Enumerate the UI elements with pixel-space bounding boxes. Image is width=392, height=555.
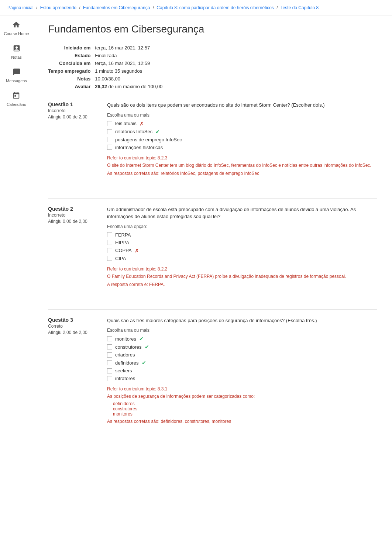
info-avaliar-label: Avaliar <box>48 83 95 90</box>
info-concluida-value: terça, 16 mar 2021, 12:59 <box>95 59 166 67</box>
question-number-3: Questão 3 <box>48 317 103 323</box>
choice-checkbox-3-4[interactable] <box>107 360 112 365</box>
info-avaliar-value: 26,32 de um máximo de 100,00 <box>95 83 166 90</box>
feedback-section-2: Refer to curriculum topic: 8.2.2O Family… <box>107 266 377 287</box>
choice-checkbox-1-1[interactable] <box>107 121 112 126</box>
sidebar-item-mensagens[interactable]: Mensagens <box>6 67 27 83</box>
choice-text-3-4: definidores <box>115 360 139 366</box>
question-body-1: Quais são os dois itens que podem ser en… <box>107 101 377 176</box>
choice-checkbox-2-4[interactable] <box>107 256 112 261</box>
choice-checkbox-3-3[interactable] <box>107 352 112 358</box>
calendar-icon <box>11 90 21 101</box>
question-number-2: Questão 2 <box>48 206 103 212</box>
feedback-answer-item: definidores <box>113 401 377 406</box>
question-score-3: Atingiu 2,00 de 2,00 <box>48 330 103 335</box>
choice-checkbox-2-1[interactable] <box>107 232 112 237</box>
main-content: Fundamentos em Cibersegurança Iniciado e… <box>33 16 392 555</box>
question-score-2: Atingiu 0,00 de 2,00 <box>48 219 103 224</box>
page-title: Fundamentos em Cibersegurança <box>48 23 377 35</box>
choice-text-1-1: leis atuais <box>115 121 137 126</box>
choice-list-3: monitores✔construtores✔criadoresdefinido… <box>107 336 377 381</box>
info-estado-label: Estado <box>48 52 95 59</box>
choice-text-2-4: CIPA <box>115 256 126 261</box>
choice-text-3-3: criadores <box>115 352 135 358</box>
choice-item-1-1: leis atuais✗ <box>107 121 377 127</box>
breadcrumb-teste[interactable]: Teste do Capítulo 8 <box>281 5 319 10</box>
question-meta-1: Questão 1IncorretoAtingiu 0,00 de 2,00 <box>48 101 107 176</box>
sidebar-label-mensagens: Mensagens <box>6 79 27 83</box>
feedback-section-1: Refer to curriculum topic: 8.2.3O site d… <box>107 155 377 176</box>
choice-list-2: FERPAHIPPACOPPA✗CIPA <box>107 232 377 261</box>
choice-label-2: Escolha uma opção: <box>107 224 377 229</box>
sidebar-item-calendario[interactable]: Calendário <box>7 90 26 107</box>
choice-item-3-4: definidores✔ <box>107 360 377 366</box>
info-concluida-label: Concluída em <box>48 59 95 67</box>
mark-correct-3-4: ✔ <box>142 360 146 366</box>
grades-icon <box>11 43 22 54</box>
choice-text-1-2: relatórios InfoSec <box>115 129 152 134</box>
feedback-correct-3: As respostas corretas são: definidores, … <box>107 419 377 424</box>
home-icon <box>11 20 21 30</box>
feedback-link-2[interactable]: Refer to curriculum topic: 8.2.2 <box>107 266 377 272</box>
choice-text-3-1: monitores <box>115 336 136 342</box>
question-body-3: Quais são as três maiores categorias par… <box>107 317 377 424</box>
choice-text-1-3: postagens de emprego InfoSec <box>115 137 182 142</box>
choice-checkbox-3-1[interactable] <box>107 336 112 341</box>
question-status-1: Incorreto <box>48 108 103 113</box>
question-block-2: Questão 2IncorretoAtingiu 0,00 de 2,00Um… <box>48 206 377 294</box>
choice-item-3-2: construtores✔ <box>107 344 377 350</box>
choice-checkbox-1-4[interactable] <box>107 145 112 150</box>
choice-checkbox-2-2[interactable] <box>107 240 112 245</box>
mark-wrong-2-3: ✗ <box>135 248 139 254</box>
choice-checkbox-3-6[interactable] <box>107 376 112 381</box>
sidebar-label-calendario: Calendário <box>7 102 26 107</box>
info-tempo-value: 1 minuto 35 segundos <box>95 67 166 75</box>
question-status-3: Correto <box>48 324 103 329</box>
choice-item-3-6: infratores <box>107 376 377 381</box>
question-text-1: Quais são os dois itens que podem ser en… <box>107 101 377 109</box>
breadcrumb-estou[interactable]: Estou aprendendo <box>40 5 76 10</box>
choice-text-1-4: informações históricas <box>115 145 163 150</box>
info-iniciado-value: terça, 16 mar 2021, 12:57 <box>95 44 166 52</box>
info-iniciado-label: Iniciado em <box>48 44 95 52</box>
mark-correct-3-2: ✔ <box>145 344 149 350</box>
question-block-1: Questão 1IncorretoAtingiu 0,00 de 2,00Qu… <box>48 101 377 183</box>
choice-checkbox-3-5[interactable] <box>107 368 112 373</box>
breadcrumb-fundamentos[interactable]: Fundamentos em Cibersegurança <box>83 5 150 10</box>
question-block-3: Questão 3CorretoAtingiu 2,00 de 2,00Quai… <box>48 317 377 432</box>
info-estado-value: Finalizada <box>95 52 166 59</box>
sidebar-item-notas[interactable]: Notas <box>11 43 22 59</box>
feedback-text-2: O Family Education Records and Privacy A… <box>107 273 377 280</box>
question-divider <box>48 198 377 199</box>
choice-checkbox-2-3[interactable] <box>107 248 112 253</box>
layout: Course Home Notas Mensagens Calendário F… <box>0 16 392 555</box>
breadcrumb-capitulo[interactable]: Capítulo 8: como participar da ordem de … <box>157 5 274 10</box>
question-meta-3: Questão 3CorretoAtingiu 2,00 de 2,00 <box>48 317 107 424</box>
feedback-link-1[interactable]: Refer to curriculum topic: 8.2.3 <box>107 155 377 161</box>
feedback-link-3[interactable]: Refer to curriculum topic: 8.3.1 <box>107 386 377 392</box>
questions-container: Questão 1IncorretoAtingiu 0,00 de 2,00Qu… <box>48 101 377 431</box>
choice-item-2-4: CIPA <box>107 256 377 261</box>
info-tempo-label: Tempo empregado <box>48 67 95 75</box>
question-body-2: Um administrador de escola está preocupa… <box>107 206 377 287</box>
choice-label-3: Escolha uma ou mais: <box>107 328 377 333</box>
feedback-answer-item: construtores <box>113 406 377 411</box>
info-table: Iniciado em terça, 16 mar 2021, 12:57 Es… <box>48 44 166 90</box>
choice-item-3-5: seekers <box>107 368 377 373</box>
choice-checkbox-1-3[interactable] <box>107 137 112 142</box>
choice-item-2-3: COPPA✗ <box>107 248 377 254</box>
choice-text-3-5: seekers <box>115 368 132 373</box>
choice-item-3-3: criadores <box>107 352 377 358</box>
feedback-correct-2: A resposta correta é: FERPA. <box>107 282 377 287</box>
question-text-2: Um administrador de escola está preocupa… <box>107 206 377 220</box>
choice-checkbox-1-2[interactable] <box>107 129 112 134</box>
question-text-3: Quais são as três maiores categorias par… <box>107 317 377 324</box>
sidebar-label-course-home: Course Home <box>4 31 29 36</box>
breadcrumb-inicio[interactable]: Página inicial <box>7 5 34 10</box>
sidebar-item-course-home[interactable]: Course Home <box>4 20 29 36</box>
choice-label-1: Escolha uma ou mais: <box>107 113 377 118</box>
sidebar-label-notas: Notas <box>11 55 22 59</box>
breadcrumb: Página inicial / Estou aprendendo / Fund… <box>0 0 392 16</box>
feedback-text-1: O site do Internet Storm Center tem um b… <box>107 162 377 169</box>
choice-checkbox-3-2[interactable] <box>107 344 112 349</box>
